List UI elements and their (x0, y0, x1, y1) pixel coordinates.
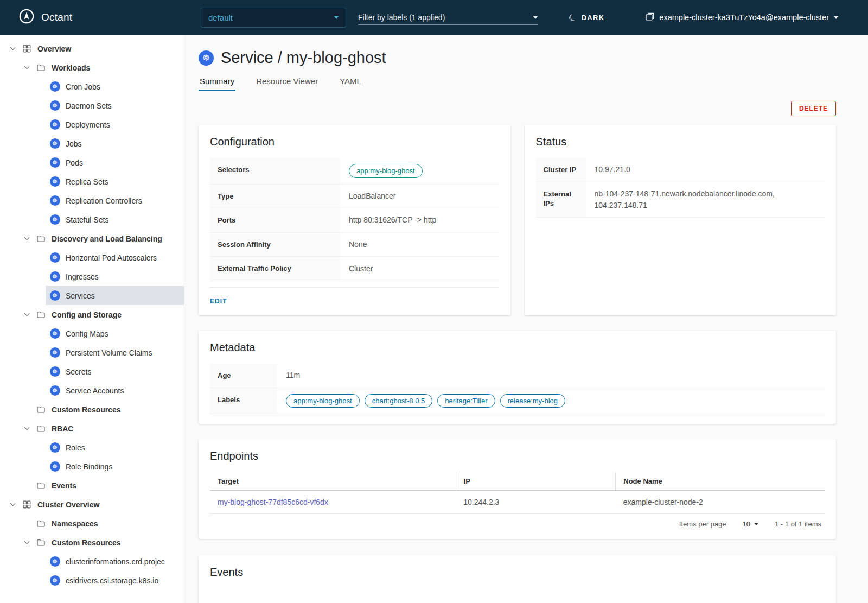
pagination-range: 1 - 1 of 1 items (775, 520, 821, 528)
sidebar-item-label: Config Maps (66, 329, 108, 338)
chevron-down-icon (20, 67, 34, 68)
moon-icon: ☾ (567, 11, 578, 23)
sidebar-item-label: Events (52, 481, 76, 490)
namespace-select[interactable]: default (201, 8, 346, 28)
sidebar-item-label: csidrivers.csi.storage.k8s.io (66, 576, 158, 585)
cluster-icon (646, 12, 654, 22)
metadata-title: Metadata (210, 341, 825, 354)
summary-row: External Traffic PolicyCluster (210, 257, 499, 281)
sidebar-item-label: Discovery and Load Balancing (52, 234, 162, 243)
sidebar-item-cron-jobs[interactable]: ☸Cron Jobs (0, 77, 184, 96)
chevron-down-icon (533, 16, 538, 19)
tabs: Summary Resource Viewer YAML (199, 77, 836, 91)
sidebar-item-rbac[interactable]: RBAC (0, 419, 184, 438)
chevron-down-icon (5, 48, 20, 49)
folder-icon (34, 311, 48, 318)
sidebar-item-secrets[interactable]: ☸Secrets (0, 362, 184, 381)
label-tag[interactable]: release:my-blog (500, 394, 566, 408)
sidebar-item-stateful-sets[interactable]: ☸Stateful Sets (0, 210, 184, 229)
chevron-down-icon (20, 542, 34, 543)
resource-icon: ☸ (48, 575, 62, 586)
label-tag[interactable]: heritage:Tiller (437, 394, 495, 408)
resource-icon: ☸ (48, 214, 62, 225)
sidebar-item-label: Replica Sets (66, 177, 108, 186)
sidebar-item-config-and-storage[interactable]: Config and Storage (0, 305, 184, 324)
row-value: app:my-blog-ghost (340, 158, 499, 184)
folder-icon (34, 425, 48, 432)
sidebar-item-role-bindings[interactable]: ☸Role Bindings (0, 457, 184, 476)
sidebar-item-label: Workloads (52, 64, 90, 72)
metadata-rows: Age 11m Labels app:my-blog-ghostchart:gh… (210, 364, 825, 414)
sidebar-item-csidrivers-csi-storage-k8s-io[interactable]: ☸csidrivers.csi.storage.k8s.io (0, 571, 184, 590)
sidebar-item-horizontal-pod-autoscalers[interactable]: ☸Horizontal Pod Autoscalers (0, 248, 184, 267)
sidebar-item-label: Config and Storage (52, 310, 122, 319)
brand[interactable]: Octant (18, 0, 72, 35)
sidebar-item-ingresses[interactable]: ☸Ingresses (0, 267, 184, 286)
pagination: Items per page 10 1 - 1 of 1 items (210, 514, 825, 529)
resource-icon: ☸ (48, 556, 62, 567)
label-filter[interactable]: Filter by labels (1 applied) (358, 10, 538, 25)
sidebar-item-label: Deployments (66, 120, 110, 129)
sidebar-item-label: Custom Resources (52, 538, 121, 547)
resource-icon: ☸ (48, 195, 62, 206)
resource-icon: ☸ (48, 252, 62, 263)
sidebar-item-events[interactable]: Events (0, 476, 184, 495)
metadata-card: Metadata Age 11m Labels app:my-blog-ghos… (199, 331, 836, 424)
row-value: nb-104-237-148-71.newark.nodebalancer.li… (586, 182, 825, 217)
delete-button[interactable]: DELETE (791, 101, 836, 116)
label-tag[interactable]: app:my-blog-ghost (286, 394, 360, 408)
tab-summary[interactable]: Summary (199, 77, 235, 91)
sidebar-item-jobs[interactable]: ☸Jobs (0, 134, 184, 153)
sidebar-item-pods[interactable]: ☸Pods (0, 153, 184, 172)
sidebar-item-cluster-overview[interactable]: Cluster Overview (0, 495, 184, 514)
sidebar-item-label: Horizontal Pod Autoscalers (66, 253, 157, 262)
folder-icon (34, 64, 48, 71)
sidebar-item-deployments[interactable]: ☸Deployments (0, 115, 184, 134)
configuration-title: Configuration (210, 136, 499, 148)
row-label: Labels (210, 388, 277, 414)
theme-toggle[interactable]: ☾ DARK (569, 0, 604, 35)
sidebar-item-label: Roles (66, 443, 85, 452)
events-card: Events (199, 555, 836, 603)
chevron-down-icon (334, 16, 339, 19)
sidebar-item-custom-resources[interactable]: Custom Resources (0, 533, 184, 552)
sidebar-item-roles[interactable]: ☸Roles (0, 438, 184, 457)
folder-icon (34, 539, 48, 546)
sidebar-item-custom-resources[interactable]: Custom Resources (0, 400, 184, 419)
row-label: Age (210, 364, 277, 388)
sidebar-item-label: Custom Resources (52, 405, 121, 414)
sidebar-item-workloads[interactable]: Workloads (0, 58, 184, 77)
resource-icon: ☸ (48, 176, 62, 187)
sidebar-item-discovery-and-load-balancing[interactable]: Discovery and Load Balancing (0, 229, 184, 248)
label-tag[interactable]: chart:ghost-8.0.5 (365, 394, 433, 408)
edit-link[interactable]: EDIT (210, 297, 227, 305)
applications-icon (20, 45, 34, 53)
sidebar-item-config-maps[interactable]: ☸Config Maps (0, 324, 184, 343)
sidebar-item-label: Jobs (66, 139, 82, 148)
events-title: Events (210, 566, 825, 579)
sidebar-item-label: Daemon Sets (66, 101, 112, 110)
row-label: Selectors (210, 158, 340, 184)
tab-yaml[interactable]: YAML (339, 77, 362, 91)
sidebar-item-service-accounts[interactable]: ☸Service Accounts (0, 381, 184, 400)
context-selector[interactable]: example-cluster-ka3TuTzYo4a@example-clus… (646, 0, 838, 35)
endpoint-target-link[interactable]: my-blog-ghost-77df85c6cd-vf6dx (218, 498, 328, 506)
sidebar-item-label: Persistent Volume Claims (66, 348, 152, 357)
sidebar-item-namespaces[interactable]: Namespaces (0, 514, 184, 533)
sidebar-item-overview[interactable]: Overview (0, 39, 184, 58)
sidebar-item-persistent-volume-claims[interactable]: ☸Persistent Volume Claims (0, 343, 184, 362)
sidebar-item-replica-sets[interactable]: ☸Replica Sets (0, 172, 184, 191)
tab-resource-viewer[interactable]: Resource Viewer (255, 77, 319, 91)
page-size-select[interactable]: 10 (743, 520, 758, 528)
folder-icon (34, 482, 48, 489)
labels-list: app:my-blog-ghostchart:ghost-8.0.5herita… (277, 388, 825, 414)
app-title: Octant (41, 11, 72, 23)
selector-tag[interactable]: app:my-blog-ghost (349, 164, 423, 178)
sidebar-item-replication-controllers[interactable]: ☸Replication Controllers (0, 191, 184, 210)
sidebar-item-daemon-sets[interactable]: ☸Daemon Sets (0, 96, 184, 115)
row-label: External IPs (536, 182, 586, 217)
sidebar-item-services[interactable]: ☸Services (0, 286, 184, 305)
sidebar-item-clusterinformations-crd-projec[interactable]: ☸clusterinformations.crd.projec (0, 552, 184, 571)
sidebar-item-label: clusterinformations.crd.projec (66, 557, 165, 566)
row-value: None (340, 233, 499, 257)
